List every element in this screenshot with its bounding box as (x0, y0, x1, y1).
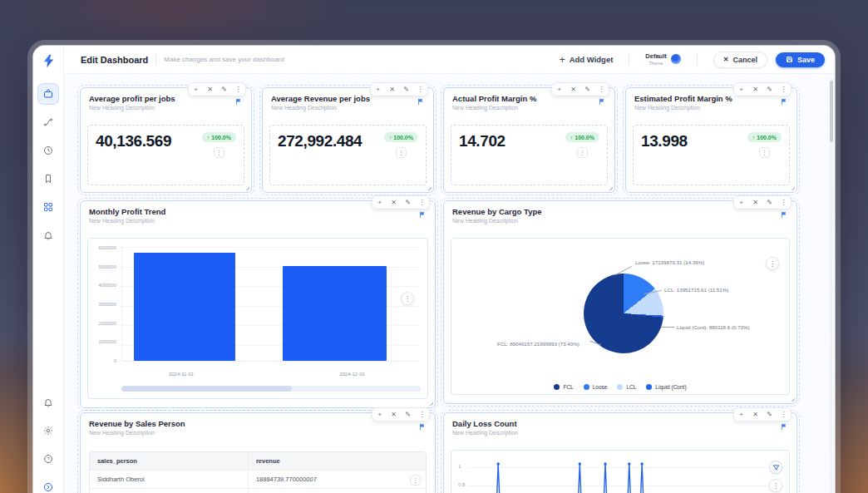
resize-handle[interactable] (607, 185, 613, 190)
widget-add-button[interactable]: + (734, 83, 748, 96)
sidebar-item-history[interactable] (38, 141, 58, 160)
save-button[interactable]: Save (776, 52, 825, 67)
kpi-menu-button[interactable]: ⋮ (759, 147, 770, 158)
page-subtitle: Make changes and save your dashboard (164, 56, 284, 63)
widget-menu-button[interactable]: ⋮ (415, 196, 429, 209)
sidebar-item-notifications[interactable] (38, 392, 58, 412)
legend-item-fcl[interactable]: FCL (554, 384, 573, 390)
kpi-menu-button[interactable]: ⋮ (396, 147, 407, 158)
resize-handle[interactable] (426, 185, 432, 190)
widget-close-button[interactable]: ✕ (387, 408, 401, 421)
widget-close-button[interactable]: ✕ (385, 83, 399, 96)
sidebar-item-help[interactable]: ? (38, 449, 58, 469)
widget-close-button[interactable]: ✕ (566, 83, 580, 96)
pie-graphic[interactable] (584, 274, 663, 353)
widget-menu-button[interactable]: ⋮ (777, 408, 791, 421)
legend-item-lcl[interactable]: LCL (617, 384, 636, 390)
widget-menu-button[interactable]: ⋮ (231, 83, 245, 96)
widget-edit-button[interactable]: ✎ (580, 83, 594, 96)
widget-close-button[interactable]: ✕ (387, 196, 401, 209)
flag-icon[interactable] (235, 98, 243, 106)
divider (697, 54, 698, 65)
widget-close-button[interactable]: ✕ (748, 196, 762, 209)
widget-daily-loss-count[interactable]: + ✕ ✎ ⋮ Daily Loss Count New Heading Des… (443, 412, 797, 493)
widget-add-button[interactable]: + (734, 196, 748, 209)
legend-item-loose[interactable]: Loose (584, 384, 608, 390)
widget-close-button[interactable]: ✕ (748, 83, 762, 96)
bar-chart: 60000005000000 40000003000000 2000000100… (87, 238, 428, 399)
widget-edit-button[interactable]: ✎ (401, 408, 415, 421)
widget-add-button[interactable]: + (371, 83, 385, 96)
add-widget-button[interactable]: + Add Widget (560, 54, 614, 66)
sidebar-item-alerts[interactable] (38, 225, 58, 245)
flag-icon[interactable] (419, 211, 427, 219)
sidebar-item-settings[interactable] (38, 421, 58, 441)
widget-monthly-profit-trend[interactable]: + ✕ ✎ ⋮ Monthly Profit Trend New Heading… (80, 200, 436, 408)
widget-add-button[interactable]: + (372, 408, 387, 421)
widget-estimated-profit-margin[interactable]: + ✕ ✎ ⋮ Estimated Profit Margin % New He… (625, 87, 797, 193)
sidebar-item-widgets[interactable] (38, 197, 58, 217)
widget-edit-button[interactable]: ✎ (762, 408, 777, 421)
sidebar-collapse-button[interactable] (38, 477, 58, 493)
widget-avg-revenue-per-jobs[interactable]: + ✕ ✎ ⋮ Average Revenue per jobs New Hea… (262, 87, 434, 193)
flag-icon[interactable] (599, 98, 606, 106)
widget-menu-button[interactable]: ⋮ (777, 196, 791, 209)
pie-callout-lcl: LCL: 13951715.61 (11.51%) (664, 287, 728, 293)
widget-menu-button[interactable]: ⋮ (415, 408, 429, 421)
sidebar-item-flows[interactable] (38, 112, 58, 132)
sidebar-item-saved[interactable] (38, 169, 58, 189)
bar-2024-12[interactable] (283, 266, 387, 361)
flag-icon[interactable] (781, 211, 788, 219)
widget-revenue-by-cargo-type[interactable]: + ✕ ✎ ⋮ Revenue by Cargo Type New Headin… (443, 200, 797, 404)
widget-revenue-by-sales-person[interactable]: + ✕ ✎ ⋮ Revenue by Sales Person New Head… (80, 412, 436, 493)
widget-edit-button[interactable]: ✎ (399, 83, 413, 96)
flag-icon[interactable] (781, 98, 788, 106)
widget-add-button[interactable]: + (552, 83, 566, 96)
row-menu-button[interactable]: ⋮ (410, 475, 421, 486)
widget-close-button[interactable]: ✕ (203, 83, 217, 96)
grid-icon (43, 202, 53, 212)
table-row[interactable]: Mohit Vohra 16590906.08 (90, 489, 426, 493)
arrow-up-icon: ↑ (752, 135, 756, 141)
divider (629, 54, 629, 65)
chart-menu-button[interactable]: ⋮ (401, 292, 414, 305)
widget-menu-button[interactable]: ⋮ (413, 83, 427, 96)
chart-hscrollbar-thumb[interactable] (121, 386, 292, 392)
kpi-menu-button[interactable]: ⋮ (577, 147, 588, 158)
flag-icon[interactable] (417, 98, 425, 106)
widget-edit-button[interactable]: ✎ (762, 196, 777, 209)
widget-add-button[interactable]: + (372, 196, 387, 209)
canvas-scrollbar-thumb[interactable] (830, 81, 833, 142)
chart-menu-button[interactable]: ⋮ (766, 257, 779, 270)
resize-handle[interactable] (789, 185, 795, 190)
resize-handle[interactable] (789, 396, 795, 402)
widget-menu-button[interactable]: ⋮ (594, 83, 609, 96)
legend-item-liquid[interactable]: Liquid (Cont) (646, 384, 686, 390)
widget-avg-profit-per-jobs[interactable]: + ✕ ✎ ⋮ Average profit per jobs New Head… (80, 87, 252, 193)
cancel-button[interactable]: ✕ Cancel (713, 52, 767, 68)
widget-add-button[interactable]: + (734, 408, 748, 421)
widget-actual-profit-margin[interactable]: + ✕ ✎ ⋮ Actual Profit Margin % New Headi… (443, 87, 615, 193)
kpi-menu-button[interactable]: ⋮ (214, 147, 224, 158)
widget-close-button[interactable]: ✕ (748, 408, 762, 421)
widget-edit-button[interactable]: ✎ (401, 196, 415, 209)
sidebar-item-dashboards[interactable] (38, 84, 58, 104)
flag-icon[interactable] (781, 423, 788, 431)
widget-edit-button[interactable]: ✎ (217, 83, 231, 96)
theme-color-swatch[interactable] (671, 54, 681, 64)
theme-selector[interactable]: Default Theme (645, 53, 680, 65)
widget-subtitle: New Heading Description (271, 105, 425, 111)
flag-icon[interactable] (419, 423, 427, 431)
chart-menu-button[interactable]: ⋮ (769, 479, 782, 492)
theme-sub-label: Theme (649, 61, 663, 66)
bar-2024-11[interactable] (134, 253, 234, 361)
kpi-body: 40,136.569 ↑100.0% ⋮ (87, 125, 244, 185)
resize-handle[interactable] (427, 400, 433, 406)
chart-filter-button[interactable] (769, 461, 782, 474)
bookmark-icon (43, 174, 53, 184)
resize-handle[interactable] (244, 185, 249, 190)
widget-add-button[interactable]: + (189, 83, 203, 96)
widget-menu-button[interactable]: ⋮ (777, 83, 791, 96)
widget-edit-button[interactable]: ✎ (762, 83, 777, 96)
table-row[interactable]: Siddharth Oberoi 18884739.770000007 ⋮ (90, 471, 426, 489)
